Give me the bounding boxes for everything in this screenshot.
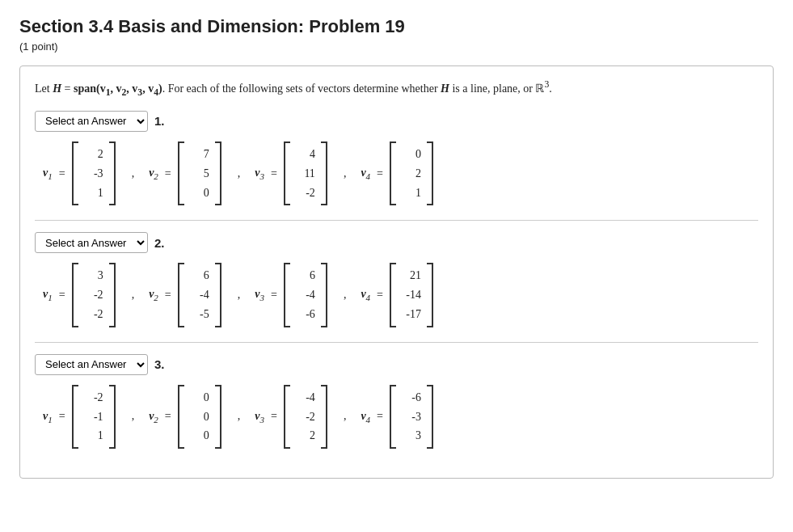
vectors-row-3: v1 = -2 -1 1 , v2 = [35,385,758,449]
problem-box: Let H = span(v1, v2, v3, v4). For each o… [19,65,774,479]
answer-row-1: Select an Answer a line a plane ℝ³ 1. [35,111,758,132]
matrix-v4-2: 21 -14 -17 [390,263,433,327]
matrix-v3-2: 6 -4 -6 [284,263,327,327]
v4-label-1: v4 [361,167,370,181]
vector-3-4: v4 = -6 -3 3 [361,385,433,449]
v1-label-3: v1 [43,410,53,424]
problem-1: Select an Answer a line a plane ℝ³ 1. v1… [35,111,758,205]
intro-text: Let H = span(v1, v2, v3, v4). For each o… [35,78,758,99]
matrix-v2-2: 6 -4 -5 [178,263,221,327]
matrix-v1-1: 2 -3 1 [72,141,116,205]
matrix-v4-1: 0 2 1 [390,141,433,205]
vector-1-1: v1 = 2 -3 1 [43,141,116,205]
v3-label-3: v3 [255,410,264,424]
matrix-v3-3: -4 -2 2 [284,385,327,449]
problem-2: Select an Answer a line a plane ℝ³ 2. v1… [35,232,758,327]
select-answer-2[interactable]: Select an Answer a line a plane ℝ³ [35,232,148,253]
matrix-v1-3: -2 -1 1 [72,385,116,449]
divider-2 [35,342,758,343]
problem-num-2: 2. [154,236,165,250]
problem-num-1: 1. [154,114,165,128]
vector-3-3: v3 = -4 -2 2 [255,385,327,449]
v2-label-1: v2 [149,167,158,181]
problem-num-3: 3. [154,357,165,371]
vector-1-3: v3 = 4 11 -2 [255,141,327,205]
vectors-row-1: v1 = 2 -3 1 , v2 = [35,141,758,205]
points-label: (1 point) [19,40,774,53]
v4-label-2: v4 [361,288,370,302]
vector-3-1: v1 = -2 -1 1 [43,385,116,449]
v3-label-1: v3 [255,167,264,181]
v2-label-2: v2 [149,288,158,302]
matrix-v1-2: 3 -2 -2 [72,263,116,327]
problem-3: Select an Answer a line a plane ℝ³ 3. v1… [35,354,758,449]
matrix-v2-3: 0 0 0 [178,385,221,449]
matrix-v4-3: -6 -3 3 [390,385,433,449]
vectors-row-2: v1 = 3 -2 -2 , v2 = [35,263,758,327]
vector-2-1: v1 = 3 -2 -2 [43,263,116,327]
answer-row-2: Select an Answer a line a plane ℝ³ 2. [35,232,758,253]
vector-2-3: v3 = 6 -4 -6 [255,263,327,327]
vector-3-2: v2 = 0 0 0 [149,385,221,449]
vector-1-4: v4 = 0 2 1 [361,141,433,205]
divider-1 [35,220,758,221]
answer-row-3: Select an Answer a line a plane ℝ³ 3. [35,354,758,375]
vector-2-2: v2 = 6 -4 -5 [149,263,221,327]
v1-label-1: v1 [43,167,53,181]
matrix-v3-1: 4 11 -2 [284,141,327,205]
select-answer-1[interactable]: Select an Answer a line a plane ℝ³ [35,111,148,132]
vector-1-2: v2 = 7 5 0 [149,141,221,205]
v1-label-2: v1 [43,288,53,302]
v4-label-3: v4 [361,410,370,424]
vector-2-4: v4 = 21 -14 -17 [361,263,433,327]
matrix-v2-1: 7 5 0 [178,141,221,205]
v2-label-3: v2 [149,410,158,424]
page-title: Section 3.4 Basis and Dimension: Problem… [19,16,774,37]
v3-label-2: v3 [255,288,264,302]
select-answer-3[interactable]: Select an Answer a line a plane ℝ³ [35,354,148,375]
